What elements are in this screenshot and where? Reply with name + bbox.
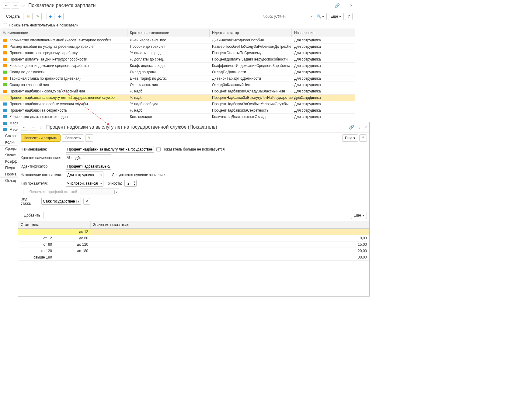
search-input[interactable] [261,13,315,20]
stage-value: 10,00 [91,235,369,241]
row-short: Кол. окладов [127,114,210,120]
create-button[interactable]: Создать [3,13,23,20]
favorite-star-icon[interactable]: ☆ [21,3,25,9]
detail-nav-forward-button[interactable]: → [30,124,37,130]
add-button[interactable]: Добавить [21,212,44,219]
detail-close-icon[interactable]: × [364,125,367,130]
row-assign: Для сотрудника [292,37,355,43]
help-button[interactable]: ? [345,13,353,20]
detail-more-button[interactable]: Еще ▾ [342,134,358,142]
more-button[interactable]: Еще ▾ [328,13,344,20]
search-clear-icon[interactable]: × [311,14,313,19]
row-name: Процент надбавки за секретность [9,108,67,113]
row-icon [3,102,7,106]
detail-favorite-icon[interactable]: ☆ [39,124,43,130]
nav-forward-button[interactable]: → [12,2,19,9]
open-button[interactable]: ↗ [83,198,90,205]
detail-menu-icon[interactable]: ⋮ [357,125,361,130]
down-button[interactable]: ◆ [56,13,64,20]
detail-nav-back-button[interactable]: ← [21,124,28,130]
table-row[interactable]: Процент оплаты по среднему заработку % о… [0,50,355,56]
row-short: % доплаты до сред. [127,56,210,62]
col-header-short[interactable]: Краткое наименование [127,29,210,37]
precision-spinner[interactable]: ▲▼ [124,180,137,187]
stage-to [54,254,91,260]
up-button[interactable]: ◆ [47,13,54,20]
table-row[interactable]: Оклад по должности Оклад по должн. Оклад… [0,69,355,75]
table-row[interactable]: Тарифная ставка по должности (дневная) Д… [0,75,355,82]
row-id: ОкладПоДолжности [210,69,292,75]
row-id: ПроцентНадбавкиЗаСекретность [210,107,292,113]
row-icon [3,128,7,131]
detail-help-button[interactable]: ? [359,134,367,142]
detail-table-row[interactable]: до 12 [18,229,369,235]
row-assign: Для сотрудника [292,43,355,50]
table-row[interactable]: Процент надбавки за выслугу лет на госуд… [0,95,355,101]
allow-zero-checkbox[interactable] [106,173,110,177]
row-id: ПроцентНадбавкиЗаОсобыеУсловияСлужбы [210,101,292,107]
main-toolbar: Создать ⎘ ✎ ◆ ◆ × 🔍 ▾ Еще ▾ ? [0,11,355,22]
copy-button[interactable]: ⎘ [25,13,33,20]
not-used-checkbox[interactable] [156,147,161,151]
table-row[interactable]: Количество оплачиваемых дней (часов) вых… [0,37,355,43]
tariff-checkbox [23,190,27,194]
col-header-name[interactable]: Наименование [0,29,127,37]
row-name: Процент доплаты за дни нетрудоспособност… [9,57,87,61]
link-icon[interactable]: 🔗 [335,3,340,8]
table-row[interactable]: Количество должностных окладов Кол. окла… [0,114,355,120]
nav-back-button[interactable]: ← [3,2,10,9]
select-stage-kind[interactable]: ▾ [41,198,81,205]
row-short: % надб.особ.усл. [127,101,210,107]
show-unused-checkbox[interactable] [3,23,7,27]
col-header-id[interactable]: Идентификатор [210,29,292,37]
select-assign[interactable]: ▾ [66,172,103,178]
detail-table-more-button[interactable]: Еще ▾ [351,212,367,219]
table-row[interactable]: Процент доплаты за дни нетрудоспособност… [0,56,355,63]
detail-window: ← → ☆ Процент надбавки за выслугу лет на… [18,122,370,297]
detail-table-header: Стаж, мес. Значение показателя [18,221,369,229]
input-name[interactable] [66,146,154,153]
row-name: Являе [5,153,16,157]
spinner-down-icon[interactable]: ▼ [132,183,136,186]
row-short: % надб. [127,88,210,94]
detail-link-icon[interactable]: 🔗 [349,125,354,130]
row-id: КоличествоДолжностныхОкладов [210,114,292,120]
dcol-header-stage[interactable]: Стаж, мес. [18,221,91,228]
col-header-assign[interactable]: Назначение [292,29,355,37]
row-id: ОкладЗаКлассныйЧин [210,82,292,88]
search-button[interactable]: 🔍 ▾ [314,13,327,20]
chevron-down-icon[interactable]: ▾ [76,200,81,203]
detail-table-row[interactable]: от 120до 18020,00 [18,248,369,254]
row-id: ПроцентДоплатыЗаДниНетрудоспособности [210,56,292,62]
detail-table-row[interactable]: от 60до 12015,00 [18,241,369,248]
row-id: ПроцентОплатыПоСреднему [210,50,292,56]
stage-to: до 180 [54,248,91,254]
row-assign: Для сотрудника [292,101,355,107]
table-row[interactable]: Процент надбавки за особые условия служб… [0,101,355,107]
save-close-button[interactable]: Записать и закрыть [21,134,61,142]
select-type[interactable]: ▾ [66,180,103,187]
edit-button[interactable]: ✎ [34,13,42,20]
table-row[interactable]: Оклад за классный чин Окл. классн. чин О… [0,82,355,88]
label-not-used: Показатель больше не используется [162,147,225,151]
chevron-down-icon[interactable]: ▾ [99,173,103,177]
save-button[interactable]: Записать [62,134,84,142]
search-box: × 🔍 ▾ Еще ▾ ? [261,13,353,20]
row-icon [3,115,7,118]
stage-from: от 60 [18,241,54,248]
input-id[interactable] [66,163,111,170]
detail-table-row[interactable]: от 12до 6010,00 [18,235,369,241]
detail-edit-button[interactable]: ✎ [85,134,93,142]
table-row[interactable]: Процент надбавки к окладу за классный чи… [0,88,355,95]
table-row[interactable]: Процент надбавки за секретность % надб. … [0,107,355,114]
input-short[interactable] [66,154,111,161]
chevron-down-icon[interactable]: ▾ [99,182,103,185]
menu-icon[interactable]: ⋮ [343,3,347,8]
spinner-up-icon[interactable]: ▲ [132,180,136,183]
row-assign: Для сотрудника [292,88,355,94]
detail-table-row[interactable]: свыше 18030,00 [18,254,369,261]
table-row[interactable]: Коэффициент индексации среднего заработк… [0,63,355,69]
close-icon[interactable]: × [350,3,353,8]
dcol-header-value[interactable]: Значение показателя [91,221,369,228]
table-row[interactable]: Размер пособия по уходу за ребенком до т… [0,43,355,50]
